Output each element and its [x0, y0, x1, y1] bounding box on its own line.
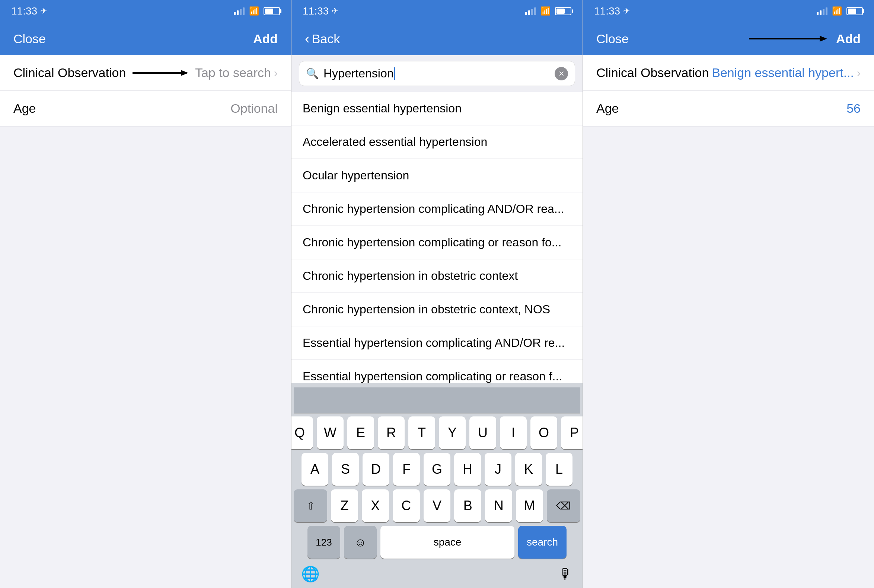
nav-bar-middle: ‹ Back [291, 22, 583, 55]
keyboard-row-2: A S D F G H J K L [294, 453, 580, 486]
content-area-left [0, 126, 291, 588]
delete-key[interactable]: ⌫ [547, 489, 580, 522]
arrow-annotation-left [132, 68, 192, 78]
microphone-icon[interactable]: 🎙 [558, 566, 573, 582]
close-button-left[interactable]: Close [14, 32, 46, 46]
result-item-0[interactable]: Benign essential hypertension [291, 92, 583, 125]
age-placeholder-left: Optional [230, 101, 278, 116]
clear-search-button[interactable]: ✕ [555, 67, 568, 80]
key-Y[interactable]: Y [439, 417, 466, 449]
battery-middle [555, 7, 571, 15]
space-key[interactable]: space [380, 526, 514, 559]
status-bar-right: 11:33 ✈ 📶 [583, 0, 874, 22]
status-time-middle: 11:33 ✈ [303, 5, 338, 17]
key-G[interactable]: G [423, 453, 451, 486]
back-arrow-icon: ‹ [305, 31, 310, 47]
status-icons-middle: 📶 [525, 6, 571, 16]
signal-left [234, 8, 245, 15]
time-right: 11:33 [594, 5, 620, 17]
chevron-right-right: › [857, 67, 860, 79]
add-button-container: Add [749, 32, 860, 46]
panel-left: 11:33 ✈ 📶 Close Add Clinical Observation [0, 0, 291, 588]
svg-marker-1 [181, 70, 188, 76]
search-key[interactable]: search [518, 526, 566, 559]
tap-to-search-container[interactable]: Tap to search › [132, 66, 278, 80]
svg-marker-3 [820, 36, 827, 42]
result-item-6[interactable]: Chronic hypertension in obstetric contex… [291, 293, 583, 326]
keyboard-bottom-row: 🌐 🎙 [294, 562, 580, 586]
result-item-1[interactable]: Accelerated essential hypertension [291, 125, 583, 159]
key-O[interactable]: O [530, 417, 557, 449]
result-item-2[interactable]: Ocular hypertension [291, 159, 583, 192]
shift-key[interactable]: ⇧ [294, 489, 327, 522]
result-item-8[interactable]: Essential hypertension complicating or r… [291, 360, 583, 383]
key-Z[interactable]: Z [331, 489, 358, 522]
search-text: Hypertension [323, 67, 394, 80]
key-L[interactable]: L [546, 453, 572, 486]
key-F[interactable]: F [393, 453, 420, 486]
key-X[interactable]: X [362, 489, 389, 522]
arrow-annotation-right [749, 33, 831, 44]
location-icon-left: ✈ [40, 6, 47, 16]
status-time-left: 11:33 ✈ [11, 5, 47, 17]
wifi-left: 📶 [249, 6, 259, 16]
key-M[interactable]: M [516, 489, 543, 522]
keyboard-row-1: Q W E R T Y U I O P [294, 417, 580, 449]
result-item-3[interactable]: Chronic hypertension complicating AND/OR… [291, 192, 583, 226]
key-H[interactable]: H [454, 453, 481, 486]
search-input[interactable]: Hypertension [323, 67, 550, 80]
chevron-right-left: › [274, 67, 278, 79]
key-C[interactable]: C [393, 489, 420, 522]
result-item-5[interactable]: Chronic hypertension in obstetric contex… [291, 260, 583, 293]
keyboard-row-3: ⇧ Z X C V B N M ⌫ [294, 489, 580, 522]
key-S[interactable]: S [332, 453, 359, 486]
key-T[interactable]: T [408, 417, 435, 449]
wifi-middle: 📶 [541, 6, 551, 16]
clinical-observation-row-right[interactable]: Clinical Observation Benign essential hy… [583, 55, 874, 91]
signal-middle [525, 8, 536, 15]
key-V[interactable]: V [423, 489, 451, 522]
key-R[interactable]: R [378, 417, 405, 449]
age-label-left: Age [14, 101, 36, 116]
clinical-observation-label-right: Clinical Observation [596, 66, 709, 80]
key-B[interactable]: B [454, 489, 481, 522]
nav-bar-right: Close Add [583, 22, 874, 55]
location-icon-middle: ✈ [332, 6, 338, 16]
key-J[interactable]: J [485, 453, 511, 486]
result-item-4[interactable]: Chronic hypertension complicating or rea… [291, 226, 583, 260]
battery-left [264, 7, 280, 15]
clinical-observation-value-container[interactable]: Benign essential hypert... › [712, 66, 860, 80]
key-U[interactable]: U [469, 417, 496, 449]
battery-right [847, 7, 863, 15]
key-P[interactable]: P [561, 417, 583, 449]
key-K[interactable]: K [515, 453, 542, 486]
result-item-7[interactable]: Essential hypertension complicating AND/… [291, 326, 583, 360]
clinical-observation-row-left[interactable]: Clinical Observation Tap to search › [0, 55, 291, 91]
panel-right: 11:33 ✈ 📶 Close Add [583, 0, 874, 588]
time-left: 11:33 [11, 5, 37, 17]
add-button-left[interactable]: Add [253, 32, 278, 46]
close-button-right[interactable]: Close [596, 32, 629, 46]
age-row-left[interactable]: Age Optional [0, 91, 291, 126]
key-W[interactable]: W [317, 417, 344, 449]
back-button[interactable]: ‹ Back [305, 31, 340, 47]
add-button-right[interactable]: Add [836, 32, 860, 46]
status-bar-left: 11:33 ✈ 📶 [0, 0, 291, 22]
emoji-key[interactable]: ☺ [344, 526, 377, 559]
key-E[interactable]: E [347, 417, 374, 449]
tap-to-search-label: Tap to search [195, 66, 271, 80]
wifi-right: 📶 [832, 6, 842, 16]
form-left: Clinical Observation Tap to search › Age… [0, 55, 291, 126]
search-bar[interactable]: 🔍 Hypertension ✕ [299, 61, 575, 86]
numbers-key[interactable]: 123 [308, 526, 340, 559]
key-N[interactable]: N [485, 489, 512, 522]
age-row-right[interactable]: Age 56 [583, 91, 874, 126]
key-A[interactable]: A [302, 453, 328, 486]
globe-icon[interactable]: 🌐 [301, 565, 320, 583]
key-D[interactable]: D [363, 453, 389, 486]
key-Q[interactable]: Q [291, 417, 313, 449]
form-right: Clinical Observation Benign essential hy… [583, 55, 874, 126]
keyboard: Q W E R T Y U I O P A S D F G H J K L ⇧ … [291, 383, 583, 588]
status-time-right: 11:33 ✈ [594, 5, 630, 17]
key-I[interactable]: I [500, 417, 527, 449]
